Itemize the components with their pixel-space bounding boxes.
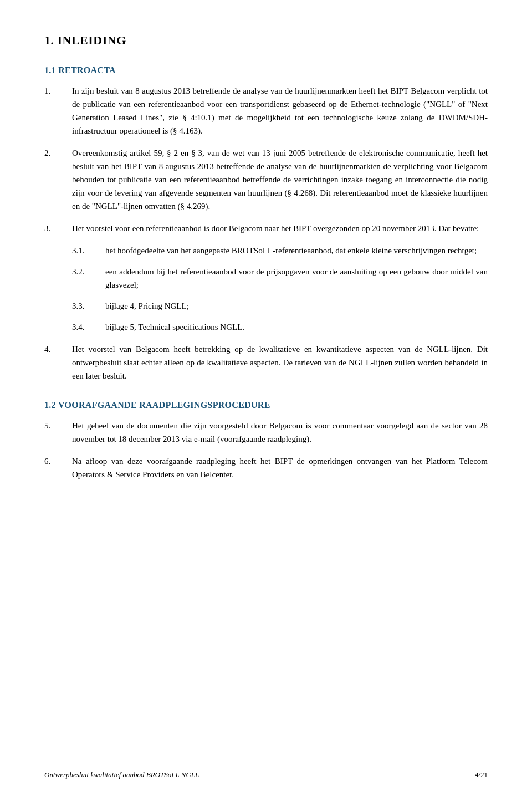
item-content-3: Het voorstel voor een referentieaanbod i…	[72, 222, 488, 235]
page-container: 1. INLEIDING 1.1 RETROACTA 1. In zijn be…	[0, 0, 532, 796]
sub-content-3-4: bijlage 5, Technical specifications NGLL…	[105, 320, 488, 334]
list-item: 3.2. een addendum bij het referentieaanb…	[72, 265, 488, 292]
page-footer: Ontwerpbesluit kwalitatief aanbod BROTSo…	[44, 766, 488, 779]
sub-number-3-1: 3.1.	[72, 244, 105, 257]
item-number-6: 6.	[44, 455, 72, 481]
section-1-1-heading: 1.1 RETROACTA	[44, 65, 488, 75]
sub-content-3-1: het hoofdgedeelte van het aangepaste BRO…	[105, 244, 488, 257]
sub-number-3-3: 3.3.	[72, 299, 105, 313]
list-item: 4. Het voorstel van Belgacom heeft betre…	[44, 343, 488, 382]
item-number-5: 5.	[44, 419, 72, 446]
item-number-4: 4.	[44, 343, 72, 382]
list-item: 1. In zijn besluit van 8 augustus 2013 b…	[44, 84, 488, 137]
main-heading: 1. INLEIDING	[44, 33, 488, 48]
sub-number-3-2: 3.2.	[72, 265, 105, 292]
item-content-1: In zijn besluit van 8 augustus 2013 betr…	[72, 84, 488, 137]
list-item: 3. Het voorstel voor een referentieaanbo…	[44, 222, 488, 235]
item-content-5: Het geheel van de documenten die zijn vo…	[72, 419, 488, 446]
list-item: 3.1. het hoofdgedeelte van het aangepast…	[72, 244, 488, 257]
list-item: 6. Na afloop van deze voorafgaande raadp…	[44, 455, 488, 481]
list-item: 2. Overeenkomstig artikel 59, § 2 en § 3…	[44, 146, 488, 213]
list-item: 3.4. bijlage 5, Technical specifications…	[72, 320, 488, 334]
list-item: 5. Het geheel van de documenten die zijn…	[44, 419, 488, 446]
list-item: 3.3. bijlage 4, Pricing NGLL;	[72, 299, 488, 313]
item-number-2: 2.	[44, 146, 72, 213]
footer-page: 4/21	[475, 771, 488, 779]
footer-title: Ontwerpbesluit kwalitatief aanbod BROTSo…	[44, 771, 199, 779]
section-1-2-heading: 1.2 VOORAFGAANDE RAADPLEGINGSPROCEDURE	[44, 400, 488, 410]
item-content-4: Het voorstel van Belgacom heeft betrekki…	[72, 343, 488, 382]
sub-number-3-4: 3.4.	[72, 320, 105, 334]
item-number-1: 1.	[44, 84, 72, 137]
sub-content-3-3: bijlage 4, Pricing NGLL;	[105, 299, 488, 313]
item-content-2: Overeenkomstig artikel 59, § 2 en § 3, v…	[72, 146, 488, 213]
item-content-6: Na afloop van deze voorafgaande raadpleg…	[72, 455, 488, 481]
sub-content-3-2: een addendum bij het referentieaanbod vo…	[105, 265, 488, 292]
item-number-3: 3.	[44, 222, 72, 235]
